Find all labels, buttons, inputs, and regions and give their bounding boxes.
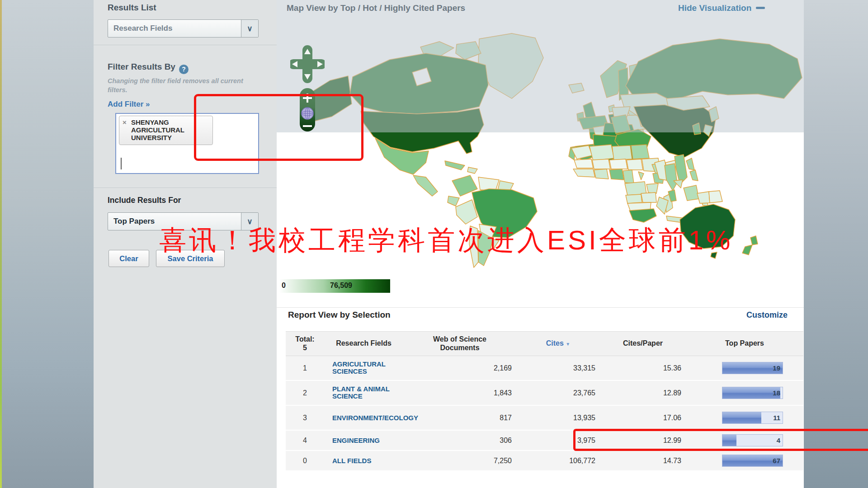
column-cites-sort[interactable]: Cites ▼ (516, 339, 600, 347)
table-row: 3 ENVIRONMENT/ECOLOGY 817 13,935 17.06 1… (286, 406, 803, 431)
top-papers-value: 67 (773, 455, 780, 467)
add-filter-link[interactable]: Add Filter » (108, 100, 150, 109)
filter-results-label: Filter Results By (108, 62, 175, 71)
total-value: 5 (286, 344, 324, 352)
pan-control (290, 45, 325, 83)
top-papers-value: 11 (773, 412, 780, 424)
row-rank: 3 (286, 414, 324, 422)
legend-max-label: 76,509 (330, 282, 352, 290)
cites-label: Cites (546, 339, 564, 347)
annotation-red-box-engineering (573, 429, 868, 451)
documents-value: 1,843 (403, 389, 516, 397)
left-edge-color-strip (0, 0, 2, 488)
top-papers-bar: 18 (722, 387, 783, 399)
cites-value: 33,315 (516, 364, 600, 372)
annotation-red-box-filter (194, 94, 363, 161)
cites-value: 106,772 (516, 457, 600, 465)
top-papers-bar: 19 (722, 362, 783, 374)
sidebar-divider (94, 45, 277, 45)
column-cites-per-paper: Cites/Paper (600, 339, 686, 347)
column-research-fields: Research Fields (324, 339, 403, 347)
documents-value: 2,169 (403, 364, 516, 372)
customize-link[interactable]: Customize (742, 310, 788, 320)
top-papers-cell: 19 (686, 362, 803, 375)
table-row: 0 ALL FIELDS 7,250 106,772 14.73 67 (286, 451, 803, 471)
chevron-down-icon[interactable]: ∨ (241, 20, 258, 37)
top-papers-cell: 11 (686, 412, 803, 424)
total-label: Total: (286, 335, 324, 343)
legend-min-label: 0 (282, 282, 286, 290)
field-link[interactable]: AGRICULTURAL SCIENCES (332, 361, 400, 375)
report-view-title: Report View by Selection (288, 310, 391, 320)
country-south-africa[interactable] (629, 209, 656, 222)
right-background-band (804, 0, 868, 488)
esi-app-window: Results List Research Fields ∨ Filter Re… (0, 0, 868, 488)
top-papers-bar: 67 (722, 455, 783, 467)
documents-value: 817 (403, 414, 516, 422)
results-list-heading: Results List (108, 3, 156, 13)
country-nigeria[interactable] (609, 169, 624, 180)
country-egypt[interactable] (631, 145, 649, 159)
row-rank: 2 (286, 389, 324, 397)
column-wos-documents: Web of Science Documents (403, 335, 516, 352)
announcement-banner: 喜讯！我校工程学科首次进入ESI全球前1% (159, 222, 733, 259)
map-color-legend: 0 76,509 (279, 279, 390, 293)
remove-tag-icon[interactable]: × (123, 119, 127, 127)
sort-desc-icon: ▼ (566, 342, 570, 347)
map-view-title: Map View by Top / Hot / Highly Cited Pap… (287, 3, 465, 13)
column-top-papers: Top Papers (686, 339, 803, 347)
cites-value: 23,765 (516, 389, 600, 397)
row-rank: 1 (286, 364, 324, 372)
top-papers-value: 18 (773, 387, 780, 399)
filter-tag-label: SHENYANG AGRICULTURAL UNIVERSITY (131, 118, 184, 141)
text-cursor (121, 158, 122, 169)
include-results-heading: Include Results For (108, 196, 181, 205)
field-link[interactable]: ENVIRONMENT/ECOLOGY (332, 414, 400, 422)
field-link[interactable]: ALL FIELDS (332, 457, 400, 465)
row-rank: 0 (286, 457, 324, 465)
top-papers-bar: 11 (722, 412, 783, 424)
cites-value: 13,935 (516, 414, 600, 422)
top-papers-cell: 18 (686, 387, 803, 399)
table-row: 2 PLANT & ANIMAL SCIENCE 1,843 23,765 12… (286, 381, 803, 406)
cites-per-paper-value: 14.73 (600, 457, 686, 465)
documents-value: 7,250 (403, 457, 516, 465)
country-new-zealand[interactable] (742, 245, 752, 255)
documents-value: 306 (403, 436, 516, 445)
table-header-row: Total: 5 Research Fields Web of Science … (286, 331, 803, 356)
field-link[interactable]: ENGINEERING (332, 437, 400, 445)
cites-per-paper-value: 15.36 (600, 364, 686, 372)
cites-per-paper-value: 12.89 (600, 389, 686, 397)
results-list-selected-value: Research Fields (108, 24, 241, 33)
minus-icon (756, 7, 765, 9)
table-row: 1 AGRICULTURAL SCIENCES 2,169 33,315 15.… (286, 356, 803, 381)
hide-visualization-label: Hide Visualization (678, 3, 751, 13)
help-icon[interactable]: ? (179, 65, 189, 74)
clear-button[interactable]: Clear (108, 250, 149, 267)
left-background-band (0, 0, 94, 488)
cites-per-paper-value: 17.06 (600, 414, 686, 422)
top-papers-cell: 67 (686, 455, 803, 467)
field-link[interactable]: PLANT & ANIMAL SCIENCE (332, 385, 400, 400)
hide-visualization-link[interactable]: Hide Visualization (678, 3, 765, 13)
section-divider (277, 307, 804, 308)
row-rank: 4 (286, 436, 324, 445)
top-papers-value: 19 (773, 362, 780, 374)
results-list-dropdown[interactable]: Research Fields ∨ (108, 19, 259, 38)
total-header: Total: 5 (286, 335, 324, 352)
filter-results-heading: Filter Results By? (108, 62, 189, 74)
filter-note-text: Changing the filter field removes all cu… (108, 77, 261, 94)
sidebar-divider (94, 188, 277, 188)
country-thailand[interactable] (665, 164, 677, 191)
